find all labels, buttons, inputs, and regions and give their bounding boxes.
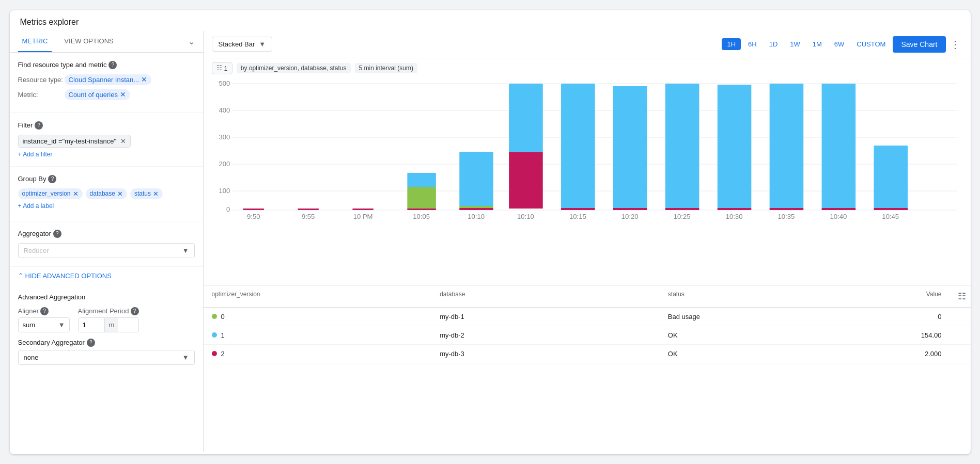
svg-rect-31 xyxy=(769,208,803,210)
svg-rect-21 xyxy=(509,152,543,209)
svg-text:300: 300 xyxy=(219,133,230,141)
time-btn-6h[interactable]: 6H xyxy=(743,38,762,50)
time-range-buttons: 1H 6H 1D 1W 1M 6W CUSTOM Save Chart ⋮ xyxy=(722,36,962,53)
resource-metric-section: Find resource type and metric ? Resource… xyxy=(10,53,203,113)
filter-interval-tag: 5 min interval (sum) xyxy=(355,63,417,73)
period-input[interactable]: 1 xyxy=(79,318,104,332)
svg-text:10:05: 10:05 xyxy=(413,213,430,220)
tab-metric[interactable]: METRIC xyxy=(18,31,52,52)
svg-text:100: 100 xyxy=(219,187,230,195)
filter-count-badge[interactable]: ☷ 1 xyxy=(212,62,232,74)
group-chip-database[interactable]: database ✕ xyxy=(86,188,127,199)
aggregator-title: Aggregator ? xyxy=(18,230,195,238)
collapse-icon[interactable]: ⌄ xyxy=(188,37,195,46)
chart-toolbar: Stacked Bar ▼ 1H 6H 1D 1W 1M 6W CUSTOM S… xyxy=(204,31,971,58)
hide-advanced-toggle[interactable]: ⌃ HIDE ADVANCED OPTIONS xyxy=(10,267,203,285)
td-optimizer-2: 2 xyxy=(204,345,432,363)
svg-text:0: 0 xyxy=(226,205,230,213)
table-header: optimizer_version database status Value … xyxy=(204,285,971,308)
time-btn-custom[interactable]: CUSTOM xyxy=(851,38,891,50)
th-database: database xyxy=(431,285,660,307)
metric-chip[interactable]: Count of queries ✕ xyxy=(65,89,130,100)
aligner-row: Aligner ? sum ▼ Alignment Period ? xyxy=(18,307,195,332)
add-label-link[interactable]: + Add a label xyxy=(18,202,54,210)
more-options-icon[interactable]: ⋮ xyxy=(948,36,962,53)
aggregator-value: Reducer xyxy=(24,247,49,254)
svg-rect-34 xyxy=(821,84,855,208)
svg-text:10:10: 10:10 xyxy=(468,213,485,220)
svg-rect-22 xyxy=(509,84,543,152)
metric-remove[interactable]: ✕ xyxy=(120,91,126,98)
filter-bar: ☷ 1 by optimizer_version, database, stat… xyxy=(204,58,971,78)
svg-rect-28 xyxy=(665,84,699,208)
group-chip-optimizer[interactable]: optimizer_version ✕ xyxy=(18,188,83,199)
aggregator-help-icon[interactable]: ? xyxy=(53,230,61,238)
svg-rect-12 xyxy=(243,209,263,210)
data-table: optimizer_version database status Value … xyxy=(204,285,971,363)
app-title: Metrics explorer xyxy=(10,10,971,31)
resource-type-remove[interactable]: ✕ xyxy=(141,76,147,83)
group-chip-optimizer-remove[interactable]: ✕ xyxy=(73,190,79,198)
left-panel: METRIC VIEW OPTIONS ⌄ Find resource type… xyxy=(10,31,204,452)
svg-rect-26 xyxy=(613,86,647,208)
resource-help-icon[interactable]: ? xyxy=(108,61,117,69)
table-row: 2 my-db-3 OK 2.000 xyxy=(204,345,971,363)
secondary-help-icon[interactable]: ? xyxy=(87,339,95,347)
time-btn-1d[interactable]: 1D xyxy=(764,38,783,50)
svg-rect-30 xyxy=(717,85,751,208)
resource-metric-title: Find resource type and metric ? xyxy=(18,61,195,69)
svg-text:10:30: 10:30 xyxy=(725,213,742,220)
filter-chip-remove[interactable]: ✕ xyxy=(120,137,126,145)
th-optimizer: optimizer_version xyxy=(204,285,432,307)
aggregator-arrow-icon: ▼ xyxy=(182,247,189,254)
main-layout: METRIC VIEW OPTIONS ⌄ Find resource type… xyxy=(10,31,971,452)
svg-rect-13 xyxy=(298,209,318,210)
svg-text:10:15: 10:15 xyxy=(569,213,586,220)
time-btn-1h[interactable]: 1H xyxy=(722,38,741,50)
period-label: Alignment Period ? xyxy=(78,307,139,315)
th-grid[interactable]: ☷ xyxy=(950,285,970,307)
tabs-row: METRIC VIEW OPTIONS ⌄ xyxy=(10,31,203,53)
aggregator-section: Aggregator ? Reducer ▼ xyxy=(10,221,203,267)
add-filter-link[interactable]: + Add a filter xyxy=(18,151,195,158)
secondary-agg-select[interactable]: none ▼ xyxy=(18,350,195,365)
time-btn-6w[interactable]: 6W xyxy=(829,38,850,50)
svg-text:10 PM: 10 PM xyxy=(353,213,372,220)
period-help-icon[interactable]: ? xyxy=(131,307,139,315)
period-group: Alignment Period ? 1 m xyxy=(78,307,139,332)
group-by-title: Group By ? xyxy=(18,175,195,183)
svg-text:10:10: 10:10 xyxy=(517,213,534,220)
tab-view-options[interactable]: VIEW OPTIONS xyxy=(60,31,117,52)
svg-rect-33 xyxy=(821,208,855,210)
group-by-section: Group By ? optimizer_version ✕ database … xyxy=(10,167,203,221)
resource-type-label: Resource type: xyxy=(18,76,65,84)
group-chip-status-remove[interactable]: ✕ xyxy=(153,190,159,198)
secondary-agg-value: none xyxy=(24,354,39,361)
chart-type-label: Stacked Bar xyxy=(219,40,255,48)
svg-rect-18 xyxy=(459,208,493,210)
filter-icon: ☷ xyxy=(216,65,222,72)
td-extra-0 xyxy=(950,311,970,322)
th-status: status xyxy=(660,285,888,307)
resource-type-chip[interactable]: Cloud Spanner Instan... ✕ xyxy=(65,74,152,85)
svg-text:10:25: 10:25 xyxy=(673,213,690,220)
svg-text:200: 200 xyxy=(219,160,230,168)
aligner-select[interactable]: sum ▼ xyxy=(18,317,70,332)
chart-svg: 500 400 300 200 100 0 xyxy=(212,78,962,223)
td-database-1: my-db-2 xyxy=(431,326,660,344)
save-chart-button[interactable]: Save Chart xyxy=(893,36,945,53)
group-help-icon[interactable]: ? xyxy=(48,175,56,183)
filter-help-icon[interactable]: ? xyxy=(35,121,43,130)
grid-icon[interactable]: ☷ xyxy=(958,291,966,301)
svg-rect-17 xyxy=(407,173,435,187)
time-btn-1m[interactable]: 1M xyxy=(807,38,827,50)
time-btn-1w[interactable]: 1W xyxy=(785,38,805,50)
table-row: 0 my-db-1 Bad usage 0 xyxy=(204,308,971,326)
group-chip-status[interactable]: status ✕ xyxy=(130,188,163,199)
aggregator-select[interactable]: Reducer ▼ xyxy=(18,243,195,258)
filter-chip-instance[interactable]: instance_id ="my-test-instance" ✕ xyxy=(18,135,131,148)
group-chip-database-remove[interactable]: ✕ xyxy=(117,190,123,198)
aligner-help-icon[interactable]: ? xyxy=(40,307,49,315)
chart-type-select[interactable]: Stacked Bar ▼ xyxy=(212,37,273,52)
td-status-1: OK xyxy=(660,326,888,344)
